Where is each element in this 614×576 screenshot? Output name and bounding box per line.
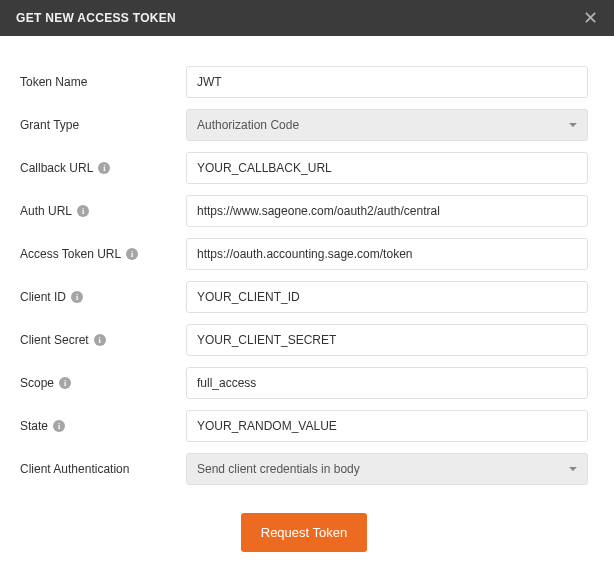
access-token-modal: GET NEW ACCESS TOKEN ✕ Token Name Grant …	[0, 0, 614, 576]
client-id-input[interactable]	[186, 281, 588, 313]
row-client-id: Client ID i	[20, 281, 588, 313]
label-text-token-name: Token Name	[20, 75, 87, 89]
modal-content: Token Name Grant Type Authorization Code	[0, 36, 614, 576]
row-callback-url: Callback URL i	[20, 152, 588, 184]
modal-footer: Request Token	[20, 513, 588, 552]
label-grant-type: Grant Type	[20, 118, 186, 132]
info-icon[interactable]: i	[126, 248, 138, 260]
request-token-button[interactable]: Request Token	[241, 513, 368, 552]
client-secret-input[interactable]	[186, 324, 588, 356]
label-text-state: State	[20, 419, 48, 433]
info-icon[interactable]: i	[98, 162, 110, 174]
client-auth-select[interactable]: Send client credentials in body	[186, 453, 588, 485]
label-text-client-id: Client ID	[20, 290, 66, 304]
label-scope: Scope i	[20, 376, 186, 390]
token-name-input[interactable]	[186, 66, 588, 98]
row-access-token-url: Access Token URL i	[20, 238, 588, 270]
info-icon[interactable]: i	[59, 377, 71, 389]
label-text-auth-url: Auth URL	[20, 204, 72, 218]
row-client-auth: Client Authentication Send client creden…	[20, 453, 588, 485]
grant-type-select[interactable]: Authorization Code	[186, 109, 588, 141]
state-input[interactable]	[186, 410, 588, 442]
label-text-client-auth: Client Authentication	[20, 462, 129, 476]
info-icon[interactable]: i	[53, 420, 65, 432]
label-client-secret: Client Secret i	[20, 333, 186, 347]
label-token-name: Token Name	[20, 75, 186, 89]
label-access-token-url: Access Token URL i	[20, 247, 186, 261]
row-state: State i	[20, 410, 588, 442]
grant-type-value: Authorization Code	[197, 118, 299, 132]
info-icon[interactable]: i	[71, 291, 83, 303]
label-callback-url: Callback URL i	[20, 161, 186, 175]
modal-header: GET NEW ACCESS TOKEN ✕	[0, 0, 614, 36]
row-scope: Scope i	[20, 367, 588, 399]
label-client-auth: Client Authentication	[20, 462, 186, 476]
row-client-secret: Client Secret i	[20, 324, 588, 356]
scope-input[interactable]	[186, 367, 588, 399]
label-text-access-token-url: Access Token URL	[20, 247, 121, 261]
client-auth-value: Send client credentials in body	[197, 462, 360, 476]
row-auth-url: Auth URL i	[20, 195, 588, 227]
label-text-callback-url: Callback URL	[20, 161, 93, 175]
callback-url-input[interactable]	[186, 152, 588, 184]
info-icon[interactable]: i	[94, 334, 106, 346]
label-auth-url: Auth URL i	[20, 204, 186, 218]
label-text-grant-type: Grant Type	[20, 118, 79, 132]
close-icon[interactable]: ✕	[579, 5, 602, 31]
access-token-url-input[interactable]	[186, 238, 588, 270]
info-icon[interactable]: i	[77, 205, 89, 217]
label-state: State i	[20, 419, 186, 433]
row-grant-type: Grant Type Authorization Code	[20, 109, 588, 141]
row-token-name: Token Name	[20, 66, 588, 98]
auth-url-input[interactable]	[186, 195, 588, 227]
modal-title: GET NEW ACCESS TOKEN	[16, 11, 176, 25]
chevron-down-icon	[569, 123, 577, 127]
chevron-down-icon	[569, 467, 577, 471]
label-client-id: Client ID i	[20, 290, 186, 304]
label-text-scope: Scope	[20, 376, 54, 390]
label-text-client-secret: Client Secret	[20, 333, 89, 347]
